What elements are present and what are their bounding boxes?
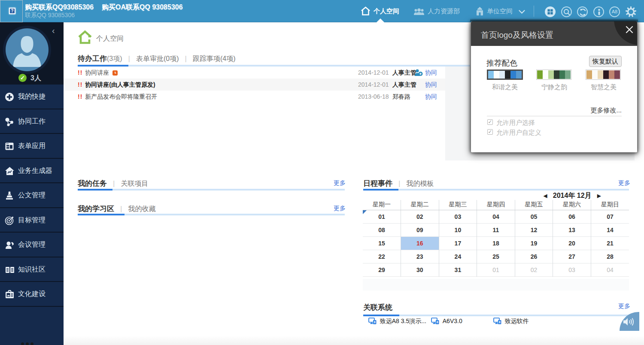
svg-text:8: 8 xyxy=(374,320,376,324)
svg-text:8: 8 xyxy=(437,320,438,324)
svg-text:8: 8 xyxy=(499,320,501,324)
